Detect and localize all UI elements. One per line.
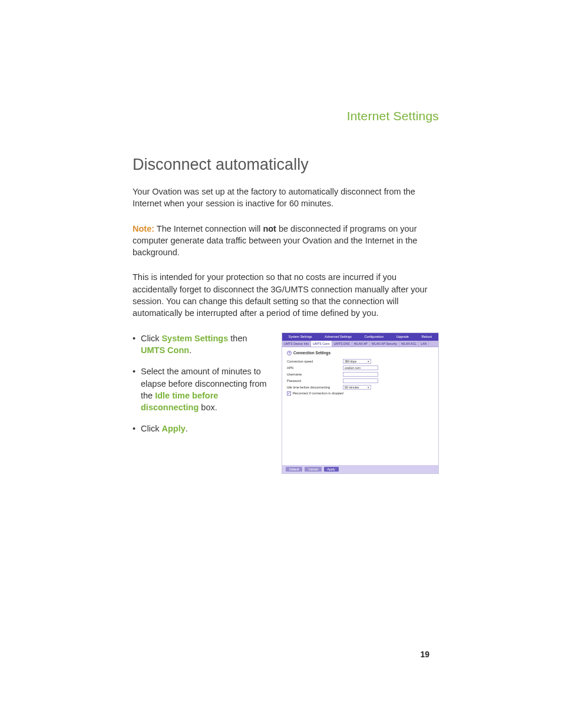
li-text: . xyxy=(186,424,188,433)
page-header: Internet Settings xyxy=(133,109,439,123)
label-apn: APN xyxy=(287,366,343,370)
input-username[interactable] xyxy=(343,372,378,377)
instruction-list: Click System Settings then UMTS Conn. Se… xyxy=(133,332,271,435)
screenshot-topnav: System Settings Advanced Settings Config… xyxy=(282,333,438,341)
list-item: Select the amount of minutes to elapse b… xyxy=(141,365,271,413)
input-password[interactable] xyxy=(343,378,378,383)
section-heading-text: Connection Settings xyxy=(293,351,330,355)
select-idle-time[interactable]: 60 minutes xyxy=(343,385,371,390)
tab-wlan-ap[interactable]: WLAN AP xyxy=(352,341,370,347)
help-icon[interactable]: ? xyxy=(287,351,292,355)
tab-wlan-ap-security[interactable]: WLAN AP Security xyxy=(370,341,399,347)
note-label: Note: xyxy=(133,224,154,233)
input-apn[interactable]: ovation.com xyxy=(343,365,378,370)
topnav-item[interactable]: Upgrade xyxy=(396,335,409,338)
note-bold: not xyxy=(263,224,276,233)
tab-umts-device-info[interactable]: UMTS Device Info xyxy=(282,341,311,347)
li-text: Click xyxy=(141,334,161,343)
page-title: Disconnect automatically xyxy=(133,156,439,174)
topnav-item[interactable]: Configuration xyxy=(364,335,384,338)
checkbox-reconnect[interactable]: ✓ xyxy=(287,391,291,396)
li-link-system-settings: System Settings xyxy=(161,334,228,343)
li-link-umts-conn: UMTS Conn xyxy=(141,345,189,355)
topnav-item[interactable]: System Settings xyxy=(289,335,312,338)
li-text: . xyxy=(189,345,191,355)
label-username: Username xyxy=(287,373,343,376)
li-text: then xyxy=(228,334,247,343)
li-text: box. xyxy=(199,403,217,412)
list-item: Click Apply. xyxy=(141,423,271,434)
screenshot-footer: Default Cancel Apply xyxy=(282,465,438,473)
tab-wlan-acl[interactable]: WLAN ACL xyxy=(399,341,419,347)
tab-umts-dns[interactable]: UMTS DNS xyxy=(332,341,352,347)
list-item: Click System Settings then UMTS Conn. xyxy=(141,332,271,357)
paragraph-note: Note: The Internet connection will not b… xyxy=(133,223,439,259)
page-number: 19 xyxy=(420,650,429,659)
paragraph-intro: Your Ovation was set up at the factory t… xyxy=(133,186,439,210)
label-password: Password xyxy=(287,379,343,383)
settings-screenshot: System Settings Advanced Settings Config… xyxy=(282,332,439,474)
apply-button[interactable]: Apply xyxy=(324,467,339,472)
label-reconnect: Reconnect if connection is dropped xyxy=(293,391,343,395)
topnav-item[interactable]: Reboot xyxy=(421,335,432,338)
select-connection-speed[interactable]: 384 kbps xyxy=(343,359,371,364)
label-connection-speed: Connection speed xyxy=(287,360,343,363)
default-button[interactable]: Default xyxy=(286,467,302,472)
label-idle-time: Idle time before disconnecting xyxy=(287,386,343,389)
section-heading: ?Connection Settings xyxy=(287,351,434,355)
topnav-item[interactable]: Advanced Settings xyxy=(325,335,352,338)
li-text: Click xyxy=(141,424,161,433)
screenshot-tabs: UMTS Device Info UMTS Conn UMTS DNS WLAN… xyxy=(282,341,438,347)
li-link-apply: Apply xyxy=(161,424,185,433)
tab-umts-conn[interactable]: UMTS Conn xyxy=(311,341,332,347)
cancel-button[interactable]: Cancel xyxy=(305,467,321,472)
paragraph-explain: This is intended for your protection so … xyxy=(133,271,439,319)
note-text-before: The Internet connection will xyxy=(154,224,263,233)
tab-lan[interactable]: LAN xyxy=(419,341,429,347)
